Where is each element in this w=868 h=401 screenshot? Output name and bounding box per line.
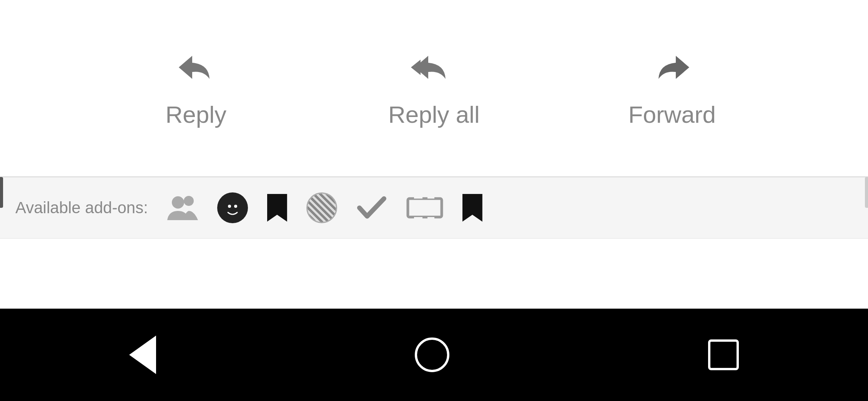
home-button[interactable] (415, 338, 449, 372)
candy-addon-icon[interactable] (306, 192, 337, 223)
reply-all-action[interactable]: Reply all (376, 48, 492, 128)
svg-point-0 (172, 196, 184, 209)
svg-rect-8 (414, 217, 422, 221)
forward-icon (651, 48, 693, 92)
bookmark-addon-icon[interactable] (267, 194, 287, 222)
code-addon-icon[interactable] (406, 195, 443, 221)
addon-icons-list (167, 192, 482, 223)
svg-rect-9 (427, 217, 434, 221)
back-button[interactable] (129, 336, 156, 374)
svg-rect-7 (427, 195, 434, 199)
svg-rect-6 (414, 195, 422, 199)
addons-bar: Available add-ons: (0, 177, 868, 239)
reply-action[interactable]: Reply (138, 48, 254, 128)
svg-point-4 (234, 205, 237, 208)
check-addon-icon[interactable] (356, 195, 387, 221)
email-action-bar: Reply Reply all Forward (0, 0, 868, 176)
face-addon-icon[interactable] (217, 192, 248, 223)
reply-all-icon (407, 48, 461, 92)
main-content: Reply Reply all Forward Availab (0, 0, 868, 239)
forward-action[interactable]: Forward (614, 48, 730, 128)
svg-point-1 (184, 196, 194, 206)
svg-point-2 (222, 197, 243, 219)
recents-button[interactable] (708, 339, 739, 370)
reply-label: Reply (165, 101, 226, 128)
forward-label: Forward (629, 101, 716, 128)
right-edge-indicator (865, 177, 868, 208)
reply-icon (175, 48, 217, 92)
left-edge-indicator (0, 177, 3, 208)
svg-rect-5 (408, 199, 442, 217)
addons-label: Available add-ons: (15, 199, 148, 217)
bookmark2-addon-icon[interactable] (462, 194, 482, 222)
contacts-addon-icon[interactable] (167, 194, 198, 222)
svg-point-3 (228, 205, 231, 208)
navigation-bar (0, 309, 868, 401)
reply-all-label: Reply all (388, 101, 480, 128)
